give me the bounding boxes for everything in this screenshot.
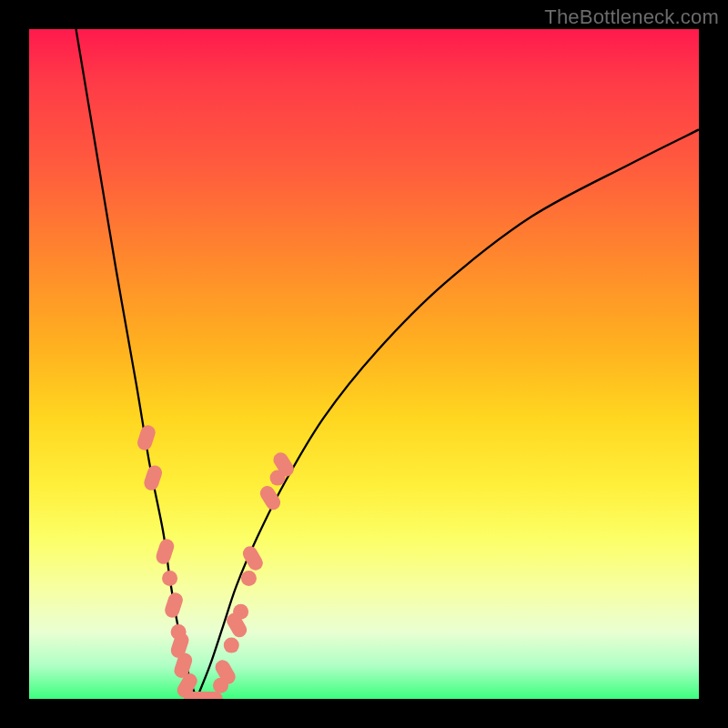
- data-marker: [142, 463, 164, 492]
- watermark-text: TheBottleneck.com: [544, 5, 719, 29]
- data-marker: [136, 423, 157, 452]
- data-marker: [162, 571, 177, 586]
- curve-layer: [29, 29, 699, 699]
- plot-area: [29, 29, 699, 699]
- data-marker: [233, 604, 248, 620]
- chart-frame: TheBottleneck.com: [0, 0, 728, 728]
- data-marker: [241, 571, 257, 586]
- data-marker: [154, 537, 176, 566]
- curve-right-branch: [197, 129, 699, 699]
- data-marker: [258, 483, 283, 512]
- data-marker: [224, 638, 239, 653]
- data-marker: [163, 591, 185, 620]
